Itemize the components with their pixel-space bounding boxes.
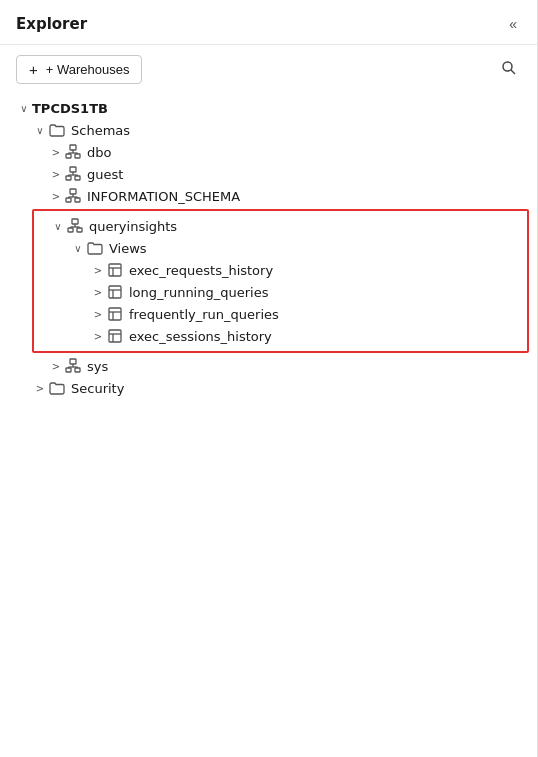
label-guest: guest (87, 167, 123, 182)
svg-rect-30 (109, 264, 121, 276)
tree-row-guest[interactable]: guest (8, 163, 537, 185)
panel-title: Explorer (16, 15, 87, 33)
svg-line-1 (511, 70, 515, 74)
chevron-exec-sessions-history (90, 331, 106, 342)
view-icon-frequently-run-queries (106, 306, 124, 322)
file-tree: TPCDS1TB Schemas (0, 94, 537, 399)
explorer-panel: Explorer « + + Warehouses TPCDS1TB (0, 0, 538, 757)
svg-rect-11 (75, 176, 80, 180)
chevron-sys (48, 361, 64, 372)
label-exec-sessions-history: exec_sessions_history (129, 329, 272, 344)
label-tpcds1tb: TPCDS1TB (32, 101, 108, 116)
chevron-queryinsights (50, 221, 66, 232)
chevron-tpcds1tb (16, 103, 32, 114)
chevron-security (32, 383, 48, 394)
search-icon (501, 60, 517, 76)
tree-row-exec-sessions-history[interactable]: exec_sessions_history (34, 325, 527, 347)
highlight-box: queryinsights Views (32, 209, 529, 353)
toolbar: + + Warehouses (0, 45, 537, 94)
schema-icon-information-schema (64, 188, 82, 204)
svg-rect-44 (75, 368, 80, 372)
chevron-dbo (48, 147, 64, 158)
schema-icon-dbo (64, 144, 82, 160)
search-button[interactable] (497, 56, 521, 84)
folder-icon-schemas (48, 122, 66, 138)
label-long-running-queries: long_running_queries (129, 285, 268, 300)
label-exec-requests-history: exec_requests_history (129, 263, 273, 278)
svg-rect-23 (72, 219, 78, 224)
tree-row-exec-requests-history[interactable]: exec_requests_history (34, 259, 527, 281)
svg-rect-24 (68, 228, 73, 232)
svg-rect-17 (66, 198, 71, 202)
schema-icon-sys (64, 358, 82, 374)
svg-rect-25 (77, 228, 82, 232)
add-warehouse-button[interactable]: + + Warehouses (16, 55, 142, 84)
label-security: Security (71, 381, 124, 396)
svg-rect-9 (70, 167, 76, 172)
tree-row-sys[interactable]: sys (8, 355, 537, 377)
svg-rect-33 (109, 286, 121, 298)
svg-point-0 (503, 62, 512, 71)
tree-row-schemas[interactable]: Schemas (8, 119, 537, 141)
chevron-guest (48, 169, 64, 180)
label-information-schema: INFORMATION_SCHEMA (87, 189, 240, 204)
svg-rect-4 (75, 154, 80, 158)
label-schemas: Schemas (71, 123, 130, 138)
svg-rect-36 (109, 308, 121, 320)
svg-rect-39 (109, 330, 121, 342)
svg-rect-16 (70, 189, 76, 194)
chevron-schemas (32, 125, 48, 136)
tree-row-frequently-run-queries[interactable]: frequently_run_queries (34, 303, 527, 325)
tree-row-views[interactable]: Views (34, 237, 527, 259)
chevron-exec-requests-history (90, 265, 106, 276)
svg-rect-42 (70, 359, 76, 364)
label-views: Views (109, 241, 147, 256)
add-warehouse-label: + Warehouses (46, 62, 130, 77)
folder-icon-security (48, 380, 66, 396)
tree-row-tpcds1tb[interactable]: TPCDS1TB (8, 98, 537, 119)
collapse-button[interactable]: « (505, 14, 521, 34)
tree-row-security[interactable]: Security (8, 377, 537, 399)
chevron-frequently-run-queries (90, 309, 106, 320)
svg-rect-2 (70, 145, 76, 150)
label-queryinsights: queryinsights (89, 219, 177, 234)
panel-header: Explorer « (0, 0, 537, 45)
label-frequently-run-queries: frequently_run_queries (129, 307, 279, 322)
schema-icon-queryinsights (66, 218, 84, 234)
svg-rect-18 (75, 198, 80, 202)
svg-rect-43 (66, 368, 71, 372)
label-sys: sys (87, 359, 108, 374)
tree-row-information-schema[interactable]: INFORMATION_SCHEMA (8, 185, 537, 207)
chevron-views (70, 243, 86, 254)
tree-row-queryinsights[interactable]: queryinsights (34, 215, 527, 237)
schema-icon-guest (64, 166, 82, 182)
chevron-information-schema (48, 191, 64, 202)
view-icon-exec-requests-history (106, 262, 124, 278)
view-icon-long-running-queries (106, 284, 124, 300)
chevron-long-running-queries (90, 287, 106, 298)
tree-row-dbo[interactable]: dbo (8, 141, 537, 163)
plus-icon: + (29, 61, 38, 78)
folder-icon-views (86, 240, 104, 256)
view-icon-exec-sessions-history (106, 328, 124, 344)
tree-item-schemas: Schemas (8, 119, 537, 377)
svg-rect-3 (66, 154, 71, 158)
tree-row-long-running-queries[interactable]: long_running_queries (34, 281, 527, 303)
label-dbo: dbo (87, 145, 111, 160)
tree-item-root: TPCDS1TB Schemas (8, 98, 537, 399)
svg-rect-10 (66, 176, 71, 180)
